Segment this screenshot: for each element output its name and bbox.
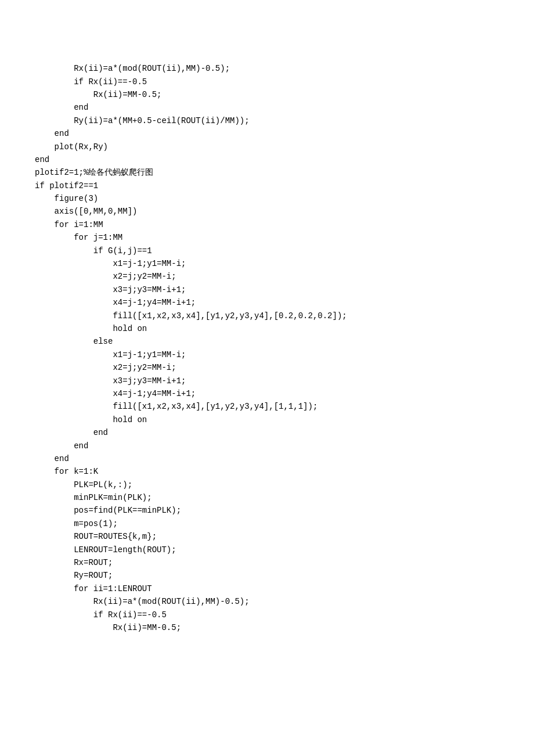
code-line-26: x3=j;y3=MM-i+1; xyxy=(35,375,534,387)
code-line-5: end xyxy=(35,101,534,114)
code-line-19: x3=j;y3=MM-i+1; xyxy=(35,283,534,296)
code-line-35: minPLK=min(PLK); xyxy=(35,491,534,504)
code-line-23: else xyxy=(35,335,534,348)
code-line-40: Rx=ROUT; xyxy=(35,556,534,569)
code-line-12: figure(3) xyxy=(35,192,534,205)
code-line-21: fill([x1,x2,x3,x4],[y1,y2,y3,y4],[0.2,0.… xyxy=(35,309,534,322)
code-line-11: if plotif2==1 xyxy=(35,179,534,192)
code-line-36: pos=find(PLK==minPLK); xyxy=(35,504,534,517)
code-line-22: hold on xyxy=(35,322,534,335)
code-line-7: end xyxy=(35,127,534,140)
code-line-29: hold on xyxy=(35,413,534,426)
code-line-6: Ry(ii)=a*(MM+0.5-ceil(ROUT(ii)/MM)); xyxy=(35,114,534,127)
code-line-17: x1=j-1;y1=MM-i; xyxy=(35,257,534,270)
code-line-32: end xyxy=(35,452,534,465)
code-line-42: for ii=1:LENROUT xyxy=(35,582,534,595)
code-line-33: for k=1:K xyxy=(35,465,534,478)
code-line-10: plotif2=1;%绘各代蚂蚁爬行图 xyxy=(35,166,534,179)
code-line-3: if Rx(ii)==-0.5 xyxy=(35,75,534,88)
code-line-37: m=pos(1); xyxy=(35,517,534,530)
code-line-13: axis([0,MM,0,MM]) xyxy=(35,205,534,218)
code-line-24: x1=j-1;y1=MM-i; xyxy=(35,348,534,361)
code-container: Rx(ii)=a*(mod(ROUT(ii),MM)-0.5); if Rx(i… xyxy=(35,23,534,634)
code-line-28: fill([x1,x2,x3,x4],[y1,y2,y3,y4],[1,1,1]… xyxy=(35,400,534,413)
code-line-18: x2=j;y2=MM-i; xyxy=(35,270,534,283)
code-line-16: if G(i,j)==1 xyxy=(35,244,534,257)
code-line-31: end xyxy=(35,440,534,452)
code-line-39: LENROUT=length(ROUT); xyxy=(35,543,534,556)
code-line-15: for j=1:MM xyxy=(35,231,534,244)
code-line-41: Ry=ROUT; xyxy=(35,569,534,582)
code-line-8: plot(Rx,Ry) xyxy=(35,141,534,153)
code-line-14: for i=1:MM xyxy=(35,218,534,231)
code-line-38: ROUT=ROUTES{k,m}; xyxy=(35,530,534,543)
code-line-27: x4=j-1;y4=MM-i+1; xyxy=(35,387,534,400)
code-line-45: Rx(ii)=MM-0.5; xyxy=(35,621,534,634)
code-line-20: x4=j-1;y4=MM-i+1; xyxy=(35,296,534,309)
code-line-4: Rx(ii)=MM-0.5; xyxy=(35,88,534,101)
code-line-9: end xyxy=(35,153,534,166)
code-line-34: PLK=PL(k,:); xyxy=(35,478,534,491)
code-line-2: Rx(ii)=a*(mod(ROUT(ii),MM)-0.5); xyxy=(35,62,534,75)
code-line-25: x2=j;y2=MM-i; xyxy=(35,361,534,374)
code-line-30: end xyxy=(35,426,534,439)
code-line-0 xyxy=(35,36,534,49)
code-line-44: if Rx(ii)==-0.5 xyxy=(35,609,534,621)
code-line-43: Rx(ii)=a*(mod(ROUT(ii),MM)-0.5); xyxy=(35,595,534,608)
code-line-1 xyxy=(35,49,534,62)
